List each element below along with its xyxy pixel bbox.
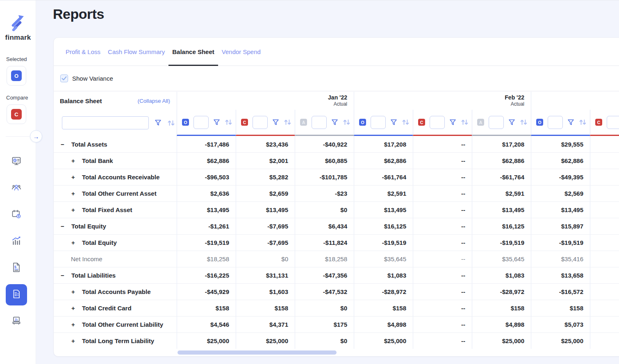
collapse-row-button[interactable]: − <box>60 141 65 147</box>
column-filter-cell: O <box>177 110 236 136</box>
sort-icon[interactable] <box>579 119 587 126</box>
month-sublabel: Actual <box>334 101 347 107</box>
sidebar-item-team[interactable] <box>6 178 27 199</box>
collapse-row-button[interactable]: − <box>60 272 65 278</box>
tab-balance-sheet[interactable]: Balance Sheet <box>168 38 218 66</box>
value-cell: -- <box>413 202 472 218</box>
sidebar-divider <box>6 136 30 137</box>
sidebar-item-formulas[interactable]: fx <box>6 311 27 332</box>
filter-icon[interactable] <box>272 119 279 126</box>
horizontal-scrollbar <box>54 349 619 356</box>
value-cell: $158 <box>531 300 590 316</box>
sidebar-item-dashboard[interactable] <box>6 151 27 172</box>
tab-profit-and-loss[interactable]: Profit & Loss <box>62 38 104 66</box>
filter-icon[interactable] <box>508 119 515 126</box>
filter-icon[interactable] <box>331 119 338 126</box>
filter-icon[interactable] <box>449 119 456 126</box>
filter-icon[interactable] <box>567 119 574 126</box>
column-filter-input[interactable] <box>607 116 619 129</box>
value-cell: -- <box>413 284 472 300</box>
value-cell: $35,645 <box>354 251 413 267</box>
expand-row-button[interactable]: + <box>71 338 76 344</box>
expand-row-button[interactable]: + <box>71 207 76 213</box>
value-cell <box>590 202 619 218</box>
invoice-dollar-icon: $ <box>11 262 22 275</box>
compare-scenario-badge: C <box>11 109 22 120</box>
value-cell: -- <box>413 333 472 349</box>
value-cell: $13,495 <box>531 202 590 218</box>
selected-scenario-card[interactable]: O <box>7 66 26 86</box>
value-cell: $17,208 <box>472 136 531 152</box>
sort-icon[interactable] <box>402 119 410 126</box>
column-filter-input[interactable] <box>312 116 327 129</box>
sidebar-item-metrics[interactable] <box>6 231 27 252</box>
expand-row-button[interactable]: + <box>71 240 76 246</box>
sidebar-item-invoices[interactable]: $ <box>6 258 27 279</box>
value-cell <box>590 333 619 349</box>
value-cell: $16,125 <box>354 218 413 234</box>
row-filter-input[interactable] <box>62 116 149 129</box>
value-cell: $158 <box>177 300 236 316</box>
horizontal-scrollbar-thumb[interactable] <box>178 350 337 355</box>
app-logo[interactable]: finmark <box>0 14 36 42</box>
filter-icon[interactable] <box>213 119 220 126</box>
value-cell <box>590 153 619 169</box>
table-row: +Total Other Current Asset$2,636$2,659-$… <box>54 185 619 201</box>
table-row: +Total Fixed Asset$13,495$13,495$0$13,49… <box>54 201 619 218</box>
expand-row-button[interactable]: + <box>71 305 76 311</box>
sort-icon[interactable] <box>520 119 528 126</box>
column-filter-input[interactable] <box>489 116 504 129</box>
sort-icon[interactable] <box>225 119 233 126</box>
column-filter-input[interactable] <box>371 116 386 129</box>
column-filter-input[interactable] <box>548 116 563 129</box>
value-cell: -$45,929 <box>177 284 236 300</box>
value-cell: $25,000 <box>354 333 413 349</box>
value-cell: $0 <box>295 300 354 316</box>
column-filter-input[interactable] <box>193 116 209 129</box>
compare-scenario-card[interactable]: C <box>7 104 26 124</box>
table-row: +Total Equity-$19,519-$7,695-$11,824-$19… <box>54 234 619 251</box>
value-cell: $62,886 <box>472 153 531 169</box>
month-label: Jan '22 <box>328 94 347 101</box>
filter-icon[interactable] <box>155 119 162 127</box>
collapse-row-button[interactable]: − <box>60 223 65 229</box>
value-cell: -- <box>413 235 472 251</box>
table-row: −Total Equity-$1,261-$7,695$6,434$16,125… <box>54 218 619 234</box>
show-variance-checkbox[interactable] <box>60 75 68 82</box>
sort-icon[interactable] <box>284 119 292 126</box>
compare-label: Compare <box>6 95 28 101</box>
value-cell: $6,434 <box>295 218 354 234</box>
expand-row-button[interactable]: + <box>71 174 76 180</box>
value-cell <box>590 136 619 152</box>
row-label: Net Income <box>71 255 102 262</box>
column-filter-input[interactable] <box>430 116 445 129</box>
collapse-all-link[interactable]: (Collapse All) <box>137 98 170 104</box>
row-label-cell: −Total Equity <box>54 218 177 234</box>
column-filter-input[interactable] <box>253 116 268 129</box>
arrow-right-icon: → <box>33 133 39 140</box>
sort-icon[interactable] <box>167 120 175 127</box>
sidebar-expand-button[interactable]: → <box>30 130 42 142</box>
row-label-cell: +Total Equity <box>54 235 177 251</box>
value-cell: -$47,356 <box>295 267 354 283</box>
reports-icon <box>11 288 22 301</box>
value-cell: $1,083 <box>354 267 413 283</box>
column-filter-cell: C <box>590 110 619 136</box>
value-cell: -$23 <box>295 185 354 201</box>
sort-icon[interactable] <box>461 119 469 126</box>
filter-icon[interactable] <box>390 119 397 126</box>
sidebar-item-billing-schedule[interactable]: $ <box>6 204 27 226</box>
expand-row-button[interactable]: + <box>71 190 76 197</box>
expand-row-button[interactable]: + <box>71 158 76 164</box>
table-row: Net Income$18,258$0$18,258$35,645--$35,6… <box>54 251 619 267</box>
tab-cash-flow-summary[interactable]: Cash Flow Summary <box>104 38 168 66</box>
svg-text:fx: fx <box>15 318 18 321</box>
sidebar-item-reports[interactable] <box>6 284 27 305</box>
expand-row-button[interactable]: + <box>71 289 76 295</box>
row-label: Total Long Term Liability <box>82 337 154 344</box>
scenario-badge-o: O <box>536 119 543 126</box>
expand-row-button[interactable]: + <box>71 321 76 328</box>
sort-icon[interactable] <box>343 119 351 126</box>
tab-vendor-spend[interactable]: Vendor Spend <box>218 38 264 66</box>
finmark-logo-icon <box>10 25 26 32</box>
